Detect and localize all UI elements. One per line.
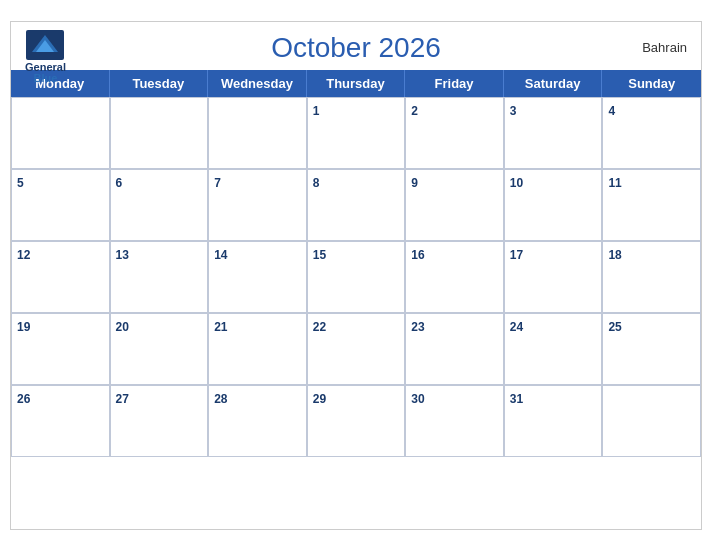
day-headers: Monday Tuesday Wednesday Thursday Friday… — [11, 70, 701, 97]
date-number: 21 — [214, 320, 227, 334]
calendar-cell: 14 — [208, 241, 307, 313]
date-number: 31 — [510, 392, 523, 406]
date-number: 14 — [214, 248, 227, 262]
calendar-cell: 13 — [110, 241, 209, 313]
calendar-grid: 1234567891011121314151617181920212223242… — [11, 97, 701, 529]
date-number: 25 — [608, 320, 621, 334]
date-number: 2 — [411, 104, 418, 118]
calendar-cell: 30 — [405, 385, 504, 457]
calendar-cell: 12 — [11, 241, 110, 313]
calendar-cell: 8 — [307, 169, 406, 241]
calendar-cell: 26 — [11, 385, 110, 457]
date-number: 19 — [17, 320, 30, 334]
date-number: 23 — [411, 320, 424, 334]
date-number: 9 — [411, 176, 418, 190]
calendar-cell: 2 — [405, 97, 504, 169]
date-number: 13 — [116, 248, 129, 262]
calendar-cell: 5 — [11, 169, 110, 241]
date-number: 17 — [510, 248, 523, 262]
date-number: 10 — [510, 176, 523, 190]
month-title: October 2026 — [271, 32, 441, 64]
date-number: 24 — [510, 320, 523, 334]
logo-icon — [26, 30, 64, 60]
calendar-cell: 28 — [208, 385, 307, 457]
date-number: 6 — [116, 176, 123, 190]
calendar-cell — [110, 97, 209, 169]
date-number: 8 — [313, 176, 320, 190]
logo: General Blue — [25, 30, 66, 84]
calendar-cell: 6 — [110, 169, 209, 241]
date-number: 7 — [214, 176, 221, 190]
day-wednesday: Wednesday — [208, 70, 307, 97]
date-number: 1 — [313, 104, 320, 118]
calendar-cell — [11, 97, 110, 169]
calendar-cell: 21 — [208, 313, 307, 385]
date-number: 26 — [17, 392, 30, 406]
country-label: Bahrain — [642, 40, 687, 55]
calendar-cell: 24 — [504, 313, 603, 385]
date-number: 4 — [608, 104, 615, 118]
calendar-cell — [208, 97, 307, 169]
day-saturday: Saturday — [504, 70, 603, 97]
calendar-cell: 23 — [405, 313, 504, 385]
calendar-cell: 3 — [504, 97, 603, 169]
date-number: 11 — [608, 176, 621, 190]
calendar: General Blue October 2026 Bahrain Monday… — [10, 21, 702, 530]
calendar-cell: 19 — [11, 313, 110, 385]
calendar-cell: 18 — [602, 241, 701, 313]
calendar-cell: 9 — [405, 169, 504, 241]
date-number: 15 — [313, 248, 326, 262]
calendar-cell: 31 — [504, 385, 603, 457]
calendar-cell: 4 — [602, 97, 701, 169]
date-number: 18 — [608, 248, 621, 262]
calendar-cell: 11 — [602, 169, 701, 241]
logo-general: General — [25, 62, 66, 73]
calendar-cell: 25 — [602, 313, 701, 385]
calendar-cell: 16 — [405, 241, 504, 313]
date-number: 29 — [313, 392, 326, 406]
date-number: 16 — [411, 248, 424, 262]
calendar-cell: 29 — [307, 385, 406, 457]
date-number: 22 — [313, 320, 326, 334]
date-number: 3 — [510, 104, 517, 118]
day-thursday: Thursday — [307, 70, 406, 97]
calendar-cell: 17 — [504, 241, 603, 313]
day-tuesday: Tuesday — [110, 70, 209, 97]
calendar-cell: 15 — [307, 241, 406, 313]
calendar-header: General Blue October 2026 Bahrain — [11, 22, 701, 70]
date-number: 28 — [214, 392, 227, 406]
date-number: 12 — [17, 248, 30, 262]
calendar-cell: 1 — [307, 97, 406, 169]
logo-blue: Blue — [34, 73, 58, 84]
date-number: 20 — [116, 320, 129, 334]
day-friday: Friday — [405, 70, 504, 97]
calendar-cell — [602, 385, 701, 457]
date-number: 27 — [116, 392, 129, 406]
calendar-cell: 10 — [504, 169, 603, 241]
date-number: 30 — [411, 392, 424, 406]
calendar-cell: 7 — [208, 169, 307, 241]
calendar-cell: 27 — [110, 385, 209, 457]
calendar-cell: 22 — [307, 313, 406, 385]
day-sunday: Sunday — [602, 70, 701, 97]
calendar-cell: 20 — [110, 313, 209, 385]
date-number: 5 — [17, 176, 24, 190]
